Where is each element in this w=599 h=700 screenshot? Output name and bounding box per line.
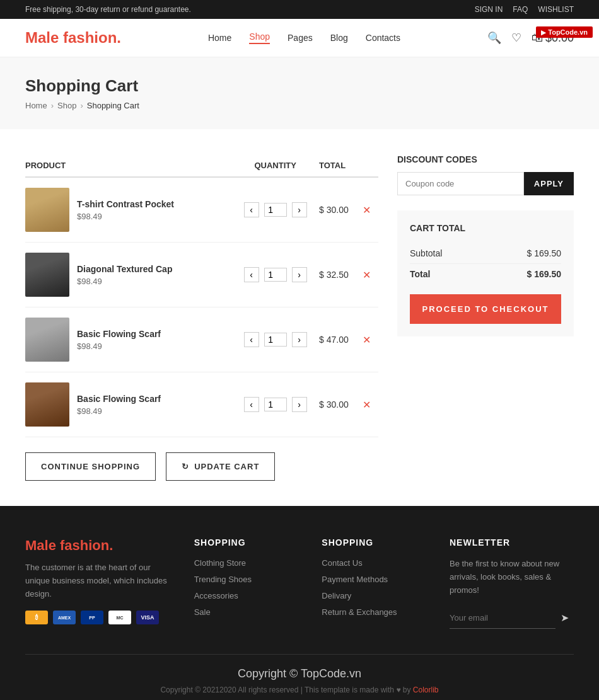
remove-cell-0: ✕ (360, 177, 378, 243)
remove-item-0[interactable]: ✕ (360, 202, 373, 219)
qty-increase-2[interactable]: › (292, 332, 307, 347)
top-bar: Free shipping, 30-day return or refund g… (0, 0, 599, 19)
footer-link-clothing[interactable]: Clothing Store (194, 558, 246, 568)
product-name-1: Diagonal Textured Cap (77, 264, 172, 274)
table-row: Diagonal Textured Cap $98.49 ‹ › $ 32.50… (25, 243, 378, 307)
update-cart-label: UPDATE CART (194, 462, 259, 471)
product-name-3: Basic Flowing Scarf (77, 394, 161, 404)
breadcrumb-current: Shopping Cart (87, 101, 139, 110)
item-total-0: $ 30.00 (319, 177, 360, 243)
footer-link-shoes[interactable]: Trending Shoes (194, 575, 252, 584)
cart-section: PRODUCT QUANTITY TOTAL T-shirt Contrast … (25, 154, 378, 481)
update-cart-button[interactable]: ↻ UPDATE CART (166, 452, 275, 481)
qty-input-1[interactable] (264, 268, 287, 282)
subtotal-value: $ 169.50 (527, 248, 562, 258)
cart-total-box: CART TOTAL Subtotal $ 169.50 Total $ 169… (397, 210, 574, 336)
nav-contacts[interactable]: Contacts (366, 33, 400, 43)
product-image-3 (25, 382, 69, 427)
qty-increase-0[interactable]: › (292, 202, 307, 217)
payment-paypal: PP (81, 611, 103, 624)
newsletter-input[interactable] (450, 607, 555, 629)
qty-cell-2: ‹ › (231, 307, 319, 372)
payment-icons: ₿ AMEX PP MC VISA (25, 611, 169, 624)
product-cell-2: Basic Flowing Scarf $98.49 (25, 307, 231, 372)
cart-sidebar: DISCOUNT CODES APPLY CART TOTAL Subtotal… (397, 154, 574, 481)
th-product: PRODUCT (25, 154, 231, 177)
coupon-form: APPLY (397, 172, 574, 195)
product-price-1: $98.49 (77, 277, 172, 286)
footer-shopping-col2: SHOPPING Contact Us Payment Methods Deli… (322, 537, 424, 629)
footer-links-col2: Contact Us Payment Methods Delivary Retu… (322, 558, 424, 617)
logo[interactable]: Male fashion. (25, 29, 121, 47)
product-cell-0: T-shirt Contrast Pocket $98.49 (25, 177, 231, 243)
page-title: Shopping Cart (25, 76, 574, 96)
wishlist-link[interactable]: WISHLIST (538, 5, 574, 14)
apply-coupon-button[interactable]: APPLY (524, 172, 574, 195)
th-remove (360, 154, 378, 177)
page-title-section: Shopping Cart Home › Shop › Shopping Car… (0, 57, 599, 129)
footer-link-contact[interactable]: Contact Us (322, 558, 362, 568)
discount-section: DISCOUNT CODES APPLY (397, 154, 574, 195)
wishlist-icon[interactable]: ♡ (511, 31, 521, 45)
footer-link-payment[interactable]: Payment Methods (322, 575, 388, 584)
update-icon: ↻ (182, 462, 189, 471)
checkout-button[interactable]: PROCEED TO CHECKOUT (410, 294, 561, 324)
sign-in-link[interactable]: SIGN IN (475, 5, 503, 14)
product-price-3: $98.49 (77, 406, 161, 416)
qty-cell-1: ‹ › (231, 243, 319, 307)
faq-link[interactable]: FAQ (513, 5, 528, 14)
qty-increase-3[interactable]: › (292, 397, 307, 412)
qty-decrease-0[interactable]: ‹ (244, 202, 259, 217)
footer-newsletter-col: NEWLETTER Be the first to know about new… (450, 537, 574, 629)
nav-blog[interactable]: Blog (330, 33, 348, 43)
th-total: TOTAL (319, 154, 360, 177)
product-info-2: Basic Flowing Scarf $98.49 (77, 329, 161, 351)
qty-decrease-3[interactable]: ‹ (244, 397, 259, 412)
qty-decrease-2[interactable]: ‹ (244, 332, 259, 347)
payment-amex: AMEX (53, 611, 76, 624)
breadcrumb: Home › Shop › Shopping Cart (25, 101, 574, 110)
nav-home[interactable]: Home (208, 33, 231, 43)
coupon-input[interactable] (397, 172, 524, 195)
product-image-1 (25, 253, 69, 297)
qty-input-2[interactable] (264, 333, 287, 347)
remove-item-1[interactable]: ✕ (360, 267, 373, 284)
newsletter-submit-button[interactable]: ➤ (555, 607, 574, 629)
remove-item-3[interactable]: ✕ (360, 396, 373, 413)
footer-link-delivery[interactable]: Delivary (322, 591, 351, 600)
continue-shopping-button[interactable]: CONTINUE SHOPPING (25, 452, 156, 481)
footer-shopping2-title: SHOPPING (322, 537, 424, 548)
nav-pages[interactable]: Pages (288, 33, 313, 43)
search-icon[interactable]: 🔍 (487, 31, 501, 45)
remove-item-2[interactable]: ✕ (360, 331, 373, 348)
product-info-3: Basic Flowing Scarf $98.49 (77, 394, 161, 416)
footer-top: Male fashion. The customer is at the hea… (25, 537, 574, 629)
logo-dot: . (117, 29, 121, 46)
item-total-1: $ 32.50 (319, 243, 360, 307)
discount-title: DISCOUNT CODES (397, 154, 574, 164)
cart-actions: CONTINUE SHOPPING ↻ UPDATE CART (25, 452, 378, 481)
payment-bitcoin: ₿ (25, 611, 48, 624)
nav-shop[interactable]: Shop (249, 32, 270, 44)
product-name-2: Basic Flowing Scarf (77, 329, 161, 339)
colorlib-link[interactable]: Colorlib (413, 686, 439, 694)
footer-link-returns[interactable]: Return & Exchanges (322, 607, 397, 617)
footer-links-col1: Clothing Store Trending Shoes Accessorie… (194, 558, 297, 617)
footer-link-accessories[interactable]: Accessories (194, 591, 238, 600)
remove-cell-3: ✕ (360, 372, 378, 437)
footer-shopping1-title: SHOPPING (194, 537, 297, 548)
breadcrumb-shop[interactable]: Shop (57, 101, 76, 110)
newsletter-form: ➤ (450, 607, 574, 629)
qty-increase-1[interactable]: › (292, 267, 307, 282)
qty-input-3[interactable] (264, 398, 287, 411)
breadcrumb-home[interactable]: Home (25, 101, 47, 110)
qty-input-0[interactable] (264, 203, 287, 217)
footer-link-sale[interactable]: Sale (194, 607, 211, 617)
total-label: Total (410, 269, 430, 279)
logo-text: Male fashion (25, 29, 117, 46)
subtotal-row: Subtotal $ 169.50 (410, 243, 561, 264)
subtotal-label: Subtotal (410, 248, 442, 258)
qty-decrease-1[interactable]: ‹ (244, 267, 259, 282)
product-image-0 (25, 188, 69, 232)
product-cell-1: Diagonal Textured Cap $98.49 (25, 243, 231, 307)
